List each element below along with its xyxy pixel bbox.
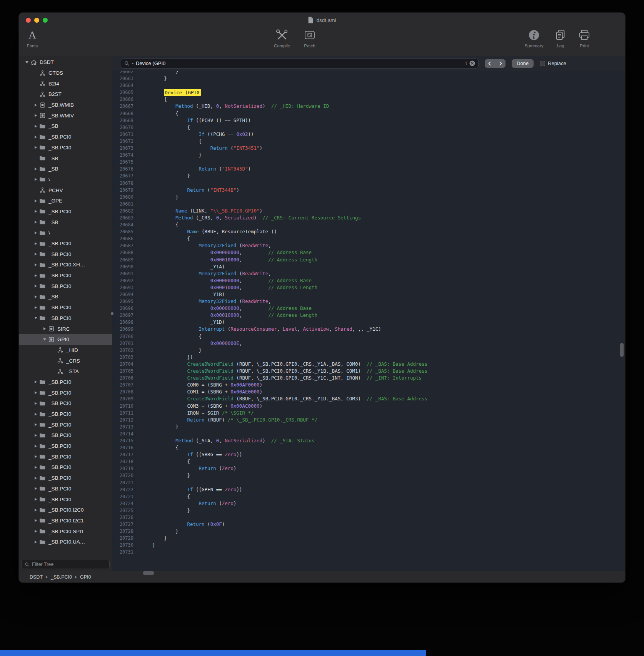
tree-item-[interactable]: \	[19, 228, 112, 238]
code-line[interactable]: 20722 If ((GPEN == Zero))	[112, 486, 625, 493]
code-line[interactable]: 20668 {	[112, 110, 625, 117]
code-line[interactable]: 20697 0x00010000, // Address Length	[112, 312, 625, 319]
tree-item-sbpci0[interactable]: _SB.PCI0	[19, 473, 112, 484]
code-line[interactable]: 20686 {	[112, 235, 625, 242]
tree-item-sbpci0[interactable]: _SB.PCI0	[19, 302, 112, 313]
code-line[interactable]: 20662 }	[112, 71, 625, 75]
code-line[interactable]: 20681	[112, 201, 625, 208]
disclosure-closed-icon[interactable]	[32, 242, 39, 245]
disclosure-closed-icon[interactable]	[32, 306, 39, 309]
tree-item-sbpci0[interactable]: _SB.PCI0	[19, 142, 112, 153]
code-line[interactable]: 20714	[112, 430, 625, 437]
code-line[interactable]: 20690 _Y1A)	[112, 263, 625, 270]
code-line[interactable]: 20667 Method (_HID, 0, NotSerialized) //…	[112, 103, 625, 110]
code-line[interactable]: 20726	[112, 514, 625, 521]
code-line[interactable]: 20689 0x00010000, // Address Length	[112, 256, 625, 263]
code-line[interactable]: 20676 Return ("INT345D")	[112, 166, 625, 172]
disclosure-closed-icon[interactable]	[32, 146, 39, 149]
code-line[interactable]: 20665 Device (GPI0	[112, 89, 625, 96]
tree-item-dsdt[interactable]: DSDT	[19, 57, 112, 68]
disclosure-closed-icon[interactable]	[32, 530, 39, 533]
code-line[interactable]: 20709 CreateDWordField (RBUF, \_SB.PCI0.…	[112, 395, 625, 402]
tree-item-hid[interactable]: _HID	[19, 345, 112, 356]
code-line[interactable]: 20700 {	[112, 333, 625, 340]
tree-item-sirc[interactable]: SIRC	[19, 323, 112, 334]
tree-item-sbwmiv[interactable]: _SB.WMIV	[19, 110, 112, 121]
tree-item-sbpci0ua[interactable]: _SB.PCI0.UA…	[19, 537, 112, 547]
disclosure-closed-icon[interactable]	[32, 114, 39, 117]
code-line[interactable]: 20721	[112, 479, 625, 486]
clear-search-button[interactable]	[469, 60, 475, 66]
code-line[interactable]: 20677 }	[112, 172, 625, 179]
disclosure-closed-icon[interactable]	[32, 402, 39, 405]
code-line[interactable]: 20679 Return ("INT344B")	[112, 187, 625, 194]
tree-item-b2st[interactable]: B2ST	[19, 89, 112, 100]
code-line[interactable]: 20698 _Y1D)	[112, 319, 625, 326]
compile-button[interactable]: Compile	[271, 27, 293, 48]
find-input[interactable]: Device (GPI0 1	[121, 59, 479, 69]
code-line[interactable]: 20669 If ((PCHV () == SPTH))	[112, 117, 625, 124]
disclosure-open-icon[interactable]	[32, 317, 39, 319]
code-line[interactable]: 20702 }	[112, 347, 625, 354]
code-line[interactable]: 20683 Method (_CRS, 0, Serialized) // _C…	[112, 214, 625, 221]
code-line[interactable]: 20725 }	[112, 507, 625, 514]
disclosure-closed-icon[interactable]	[32, 210, 39, 213]
code-line[interactable]: 20730 }	[112, 542, 625, 549]
fonts-button[interactable]: A Fonts	[21, 27, 43, 48]
replace-toggle[interactable]: Replace	[540, 60, 566, 66]
horizontal-scrollbar-thumb[interactable]	[143, 571, 154, 575]
code-line[interactable]: 20728 }	[112, 528, 625, 535]
disclosure-closed-icon[interactable]	[32, 413, 39, 416]
tree-item-sbpci0i2c0[interactable]: _SB.PCI0.I2C0	[19, 505, 112, 515]
tree-item-sbpci0[interactable]: _SB.PCI0	[19, 430, 112, 441]
disclosure-open-icon[interactable]	[41, 338, 48, 341]
search-menu-caret-icon[interactable]	[132, 63, 134, 64]
tree-item-sbpci0xh[interactable]: _SB.PCI0.XH…	[19, 259, 112, 270]
code-line[interactable]: 20707 COM0 = (SBRG + 0x00AF0000)	[112, 382, 625, 388]
disclosure-closed-icon[interactable]	[32, 434, 39, 437]
code-line[interactable]: 20731	[112, 549, 625, 556]
find-next-button[interactable]	[495, 59, 506, 68]
code-line[interactable]: 20693 0x00010000, // Address Length	[112, 284, 625, 291]
tree-item-sbpci0[interactable]: _SB.PCI0	[19, 398, 112, 409]
tree-item-sb[interactable]: _SB	[19, 164, 112, 174]
code-line[interactable]: 20687 Memory32Fixed (ReadWrite,	[112, 242, 625, 249]
code-line[interactable]: 20663 }	[112, 75, 625, 82]
tree-item-sbpci0spi1[interactable]: _SB.PCI0.SPI1	[19, 526, 112, 537]
tree-item-sbpci0i2c1[interactable]: _SB.PCI0.I2C1	[19, 515, 112, 526]
code-line[interactable]: 20701 0x0000000E,	[112, 340, 625, 347]
tree-item-sbwmib[interactable]: _SB.WMIB	[19, 100, 112, 110]
code-line[interactable]: 20717 If ((SBRG == Zero))	[112, 451, 625, 458]
disclosure-closed-icon[interactable]	[32, 231, 39, 234]
code-line[interactable]: 20699 Interrupt (ResourceConsumer, Level…	[112, 326, 625, 333]
code-line[interactable]: 20706 CreateDWordField (RBUF, \_SB.PCI0.…	[112, 375, 625, 382]
code-line[interactable]: 20723 {	[112, 493, 625, 500]
disclosure-closed-icon[interactable]	[32, 466, 39, 469]
disclosure-closed-icon[interactable]	[32, 423, 39, 426]
tree-item-sbpci0[interactable]: _SB.PCI0	[19, 441, 112, 452]
tree-item-sbpci0[interactable]: _SB.PCI0	[19, 249, 112, 259]
tree-item-sb[interactable]: _SB	[19, 217, 112, 228]
filter-tree-input[interactable]: Filter Tree	[21, 560, 110, 569]
code-line[interactable]: 20666 {	[112, 96, 625, 103]
disclosure-closed-icon[interactable]	[32, 498, 39, 501]
disclosure-closed-icon[interactable]	[32, 509, 39, 512]
disclosure-closed-icon[interactable]	[32, 221, 39, 224]
code-line[interactable]: 20720 }	[112, 472, 625, 479]
disclosure-closed-icon[interactable]	[32, 136, 39, 139]
patch-button[interactable]: Patch	[299, 27, 321, 48]
tree-item-sbpci0[interactable]: _SB.PCI0	[19, 281, 112, 291]
code-line[interactable]: 20682 Name (LINK, "\\_SB.PCI0.GPI0")	[112, 208, 625, 214]
code-line[interactable]: 20674 }	[112, 152, 625, 159]
code-line[interactable]: 20727 Return (0x0F)	[112, 521, 625, 528]
code-line[interactable]: 20684 {	[112, 221, 625, 228]
tree-item-sbpci0[interactable]: _SB.PCI0	[19, 484, 112, 494]
tree-item-sbpci0[interactable]: _SB.PCI0	[19, 313, 112, 324]
tree-item-sbpci0[interactable]: _SB.PCI0	[19, 451, 112, 462]
code-line[interactable]: 20678	[112, 180, 625, 187]
code-line[interactable]: 20680 }	[112, 194, 625, 201]
tree-item-sbpci0[interactable]: _SB.PCI0	[19, 409, 112, 420]
code-line[interactable]: 20729 }	[112, 535, 625, 542]
breadcrumb-item[interactable]: DSDT	[30, 574, 43, 580]
code-line[interactable]: 20672 {	[112, 138, 625, 145]
